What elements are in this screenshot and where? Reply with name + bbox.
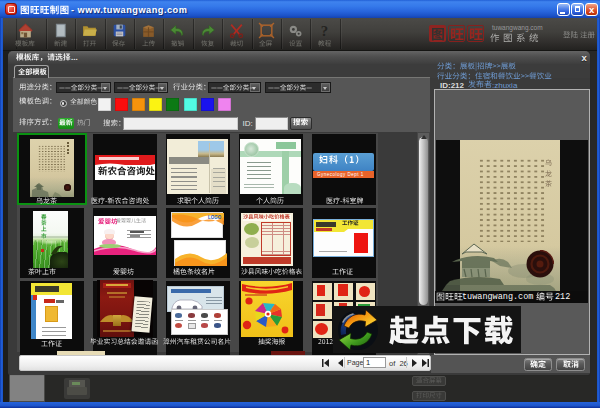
- svg-text:?: ?: [321, 22, 328, 38]
